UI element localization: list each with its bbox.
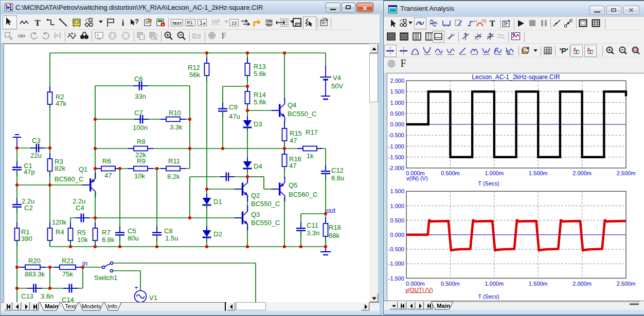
svg-text:T: T <box>34 18 41 27</box>
svg-text:1: 1 <box>200 20 203 26</box>
svg-text:1k: 1k <box>307 152 314 160</box>
svg-text:?: ? <box>135 18 139 25</box>
svg-text:R6: R6 <box>102 157 111 165</box>
svg-text:BC550_C: BC550_C <box>251 219 280 227</box>
svg-text:Q2: Q2 <box>251 192 260 199</box>
svg-text:3.6n: 3.6n <box>41 292 53 300</box>
svg-text:0.000m: 0.000m <box>406 281 425 287</box>
svg-text:68k: 68k <box>329 232 339 239</box>
svg-text:R13: R13 <box>254 63 266 70</box>
svg-text:C3: C3 <box>32 137 41 144</box>
svg-text:Main: Main <box>437 303 450 309</box>
svg-text:2.500m: 2.500m <box>617 281 636 287</box>
svg-text:F: F <box>222 31 226 40</box>
svg-text:R11: R11 <box>168 157 180 165</box>
svg-text:33n: 33n <box>135 92 146 100</box>
svg-text:120k: 120k <box>52 218 67 226</box>
svg-text:R20: R20 <box>28 257 41 265</box>
svg-text:100n: 100n <box>133 124 148 132</box>
svg-text:BC550_C: BC550_C <box>251 200 280 208</box>
svg-text:F: F <box>400 58 406 69</box>
svg-text:883.3k: 883.3k <box>25 270 45 278</box>
svg-text:D1: D1 <box>213 198 222 206</box>
svg-text:in: in <box>82 259 87 267</box>
svg-text:out: out <box>326 207 335 214</box>
svg-text:BC560_C: BC560_C <box>55 175 83 183</box>
svg-text:T (Secs): T (Secs) <box>478 180 499 187</box>
svg-text:Lecson_AC-1_2kHz-square.CIR: Lecson_AC-1_2kHz-square.CIR <box>472 73 560 81</box>
svg-text:1.500: 1.500 <box>390 88 404 95</box>
svg-text:0.500: 0.500 <box>390 217 404 224</box>
svg-text:C7: C7 <box>134 109 143 117</box>
svg-text:75k: 75k <box>62 270 73 278</box>
svg-text:R1: R1 <box>187 20 193 25</box>
svg-text:5.6k: 5.6k <box>254 70 266 78</box>
svg-text:80u: 80u <box>128 234 139 242</box>
svg-text:Info: Info <box>108 303 117 309</box>
svg-text:D3: D3 <box>254 120 262 128</box>
svg-text:-1.000: -1.000 <box>388 143 404 150</box>
svg-text:1.5u: 1.5u <box>165 234 178 242</box>
svg-text:VIP: VIP <box>211 19 220 25</box>
svg-text:R10: R10 <box>169 109 181 117</box>
svg-text:56k: 56k <box>189 71 200 79</box>
svg-text:390: 390 <box>21 235 32 243</box>
svg-text:-1.500: -1.500 <box>388 275 404 282</box>
svg-text:R12: R12 <box>188 64 200 71</box>
svg-text:C2: C2 <box>24 204 33 212</box>
svg-text:T: T <box>490 19 495 28</box>
svg-text:TEXT: TEXT <box>172 21 182 26</box>
svg-text:82k: 82k <box>55 164 65 172</box>
svg-text:47p: 47p <box>24 168 35 176</box>
svg-text:C5: C5 <box>128 227 136 235</box>
svg-text:1.000: 1.000 <box>390 203 404 209</box>
svg-text:47: 47 <box>104 172 112 179</box>
svg-text:F(): F() <box>482 19 486 23</box>
svg-text:'P': 'P' <box>559 46 568 55</box>
svg-text:R17: R17 <box>306 128 318 136</box>
svg-text:Text: Text <box>65 303 76 309</box>
svg-text:47u: 47u <box>229 113 240 120</box>
svg-text:R7: R7 <box>102 229 111 236</box>
svg-text:5.6k: 5.6k <box>254 98 266 106</box>
svg-text:2.500m: 2.500m <box>617 170 636 176</box>
svg-text:BC560_C: BC560_C <box>289 191 317 198</box>
svg-text:1.000m: 1.000m <box>485 170 504 176</box>
svg-text:1.500m: 1.500m <box>529 170 548 176</box>
svg-text:R4: R4 <box>56 228 64 236</box>
svg-text:C13: C13 <box>21 292 33 300</box>
svg-text:47: 47 <box>290 137 297 144</box>
svg-text:C6: C6 <box>134 75 143 83</box>
svg-text:Models: Models <box>82 303 101 309</box>
svg-text:10k: 10k <box>77 236 88 244</box>
svg-text:BC550_C: BC550_C <box>288 110 316 118</box>
svg-text:T (Secs): T (Secs) <box>478 293 499 300</box>
svg-text:-0.500: -0.500 <box>388 132 404 138</box>
svg-text:Q5: Q5 <box>289 181 297 189</box>
svg-text:2.000m: 2.000m <box>573 170 592 176</box>
svg-text:3.3n: 3.3n <box>307 229 319 237</box>
svg-text:-1.000: -1.000 <box>388 261 404 267</box>
svg-text:R14: R14 <box>254 91 266 99</box>
svg-text:0.500m: 0.500m <box>441 281 460 287</box>
svg-text:R21: R21 <box>62 257 74 265</box>
svg-text:22u: 22u <box>30 152 42 159</box>
svg-text:C11: C11 <box>307 221 318 229</box>
svg-text:Switch1: Switch1 <box>94 274 118 282</box>
svg-text:+: + <box>134 284 138 291</box>
svg-text:-1.500: -1.500 <box>388 154 404 160</box>
svg-text:R5: R5 <box>77 229 86 236</box>
svg-text:C8: C8 <box>164 227 173 235</box>
svg-text:2.000m: 2.000m <box>573 281 592 287</box>
svg-text:V1: V1 <box>149 294 157 302</box>
svg-text:1.000: 1.000 <box>390 100 404 106</box>
svg-text:0.000: 0.000 <box>390 121 404 127</box>
svg-text:6.8u: 6.8u <box>331 174 344 182</box>
svg-text:V4: V4 <box>333 74 341 82</box>
svg-text:R15: R15 <box>290 129 302 137</box>
svg-text:1.500m: 1.500m <box>529 281 548 287</box>
svg-text:0.500: 0.500 <box>390 110 404 117</box>
svg-text:i: i <box>122 18 124 27</box>
svg-text:C14: C14 <box>62 296 74 302</box>
svg-text:R18: R18 <box>329 224 341 231</box>
